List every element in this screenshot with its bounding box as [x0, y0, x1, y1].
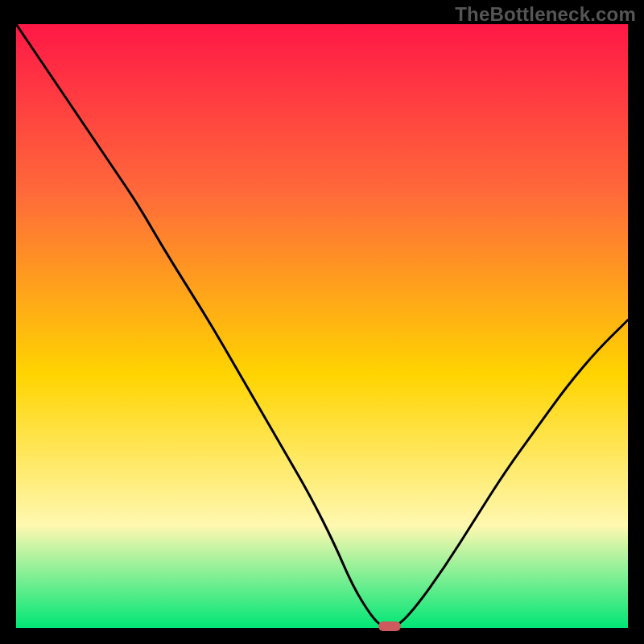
gradient-background: [16, 24, 628, 628]
chart-container: TheBottleneck.com: [0, 0, 644, 644]
watermark-text: TheBottleneck.com: [455, 3, 636, 26]
plot-area: [16, 24, 628, 628]
bottleneck-curve-chart: [16, 24, 628, 628]
minimum-marker: [378, 621, 401, 631]
